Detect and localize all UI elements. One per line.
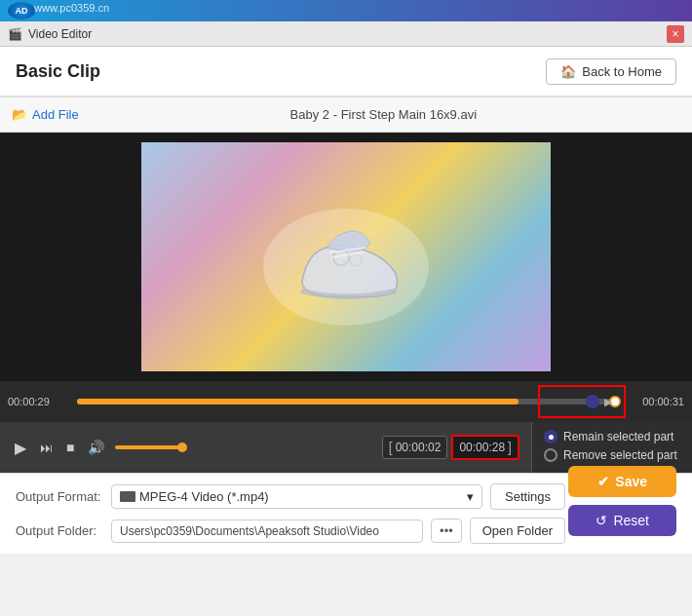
open-folder-button[interactable]: Open Folder: [470, 518, 565, 544]
dropdown-arrow-icon: ▾: [467, 489, 474, 504]
video-area: [0, 133, 692, 381]
output-folder-row: Output Folder: Users\pc0359\Documents\Ap…: [16, 518, 565, 544]
output-settings-area: Output Format: MPEG-4 Video (*.mp4) ▾ Se…: [0, 473, 692, 554]
reset-label: Reset: [613, 513, 649, 528]
timeline-start-time: 00:00:29: [8, 396, 71, 407]
save-check-icon: ✔: [597, 474, 609, 489]
action-buttons: ✔ Save ↺ Reset: [568, 466, 676, 536]
remove-label: Remove selected part: [563, 448, 677, 462]
bracket-left-icon: [: [389, 440, 393, 455]
end-marker[interactable]: ▶: [586, 395, 612, 408]
video-editor-icon: 🎬: [8, 27, 22, 41]
end-marker-dot: [586, 395, 599, 408]
playback-controls: ▶ ⏭ ■ 🔊 [ 00:00:02 00:00:28 ]: [0, 422, 531, 473]
toolbar: 📂 Add File Baby 2 - First Step Main 16x9…: [0, 97, 692, 133]
volume-button[interactable]: 🔊: [85, 437, 107, 458]
reset-icon: ↺: [596, 513, 607, 528]
time-inputs: [ 00:00:02 00:00:28 ]: [382, 435, 519, 460]
bracket-right-icon: ]: [508, 440, 512, 455]
timeline-track[interactable]: [77, 399, 615, 404]
title-bar: 🎬 Video Editor ×: [0, 21, 692, 47]
format-label: Output Format:: [16, 489, 103, 504]
remove-selected-option[interactable]: Remove selected part: [544, 448, 680, 462]
video-preview: [141, 142, 551, 371]
add-file-label: Add File: [32, 107, 79, 122]
mp4-icon: [120, 491, 135, 502]
next-frame-button[interactable]: ⏭: [37, 438, 56, 458]
volume-thumb[interactable]: [177, 443, 187, 452]
page-title: Basic Clip: [16, 61, 100, 82]
settings-button[interactable]: Settings: [490, 483, 565, 510]
clip-start-box[interactable]: [ 00:00:02: [382, 436, 448, 459]
add-file-icon: 📂: [12, 107, 27, 122]
browse-button[interactable]: •••: [431, 519, 462, 543]
back-home-button[interactable]: 🏠 Back to Home: [546, 58, 676, 85]
watermark-bar: AD www.pc0359.cn: [0, 0, 692, 21]
remain-label: Remain selected part: [563, 430, 673, 443]
title-bar-left: 🎬 Video Editor: [8, 27, 92, 41]
close-button[interactable]: ×: [667, 25, 684, 43]
watermark-text: www.pc0359.cn: [34, 2, 109, 14]
app-header: Basic Clip 🏠 Back to Home: [0, 47, 692, 97]
reset-button[interactable]: ↺ Reset: [568, 505, 676, 536]
clip-end-box[interactable]: 00:00:28 ]: [451, 435, 519, 460]
remove-radio[interactable]: [544, 448, 557, 462]
timeline-end-time: 00:00:31: [621, 396, 684, 407]
output-format-row: Output Format: MPEG-4 Video (*.mp4) ▾ Se…: [16, 483, 565, 510]
volume-slider[interactable]: [115, 445, 183, 449]
folder-label: Output Folder:: [16, 523, 103, 538]
save-label: Save: [615, 474, 647, 489]
format-icon: MPEG-4 Video (*.mp4): [120, 489, 269, 504]
back-home-label: Back to Home: [582, 64, 662, 79]
add-file-button[interactable]: 📂 Add File: [12, 107, 79, 122]
watermark-logo: AD: [8, 2, 35, 19]
save-button[interactable]: ✔ Save: [568, 466, 676, 497]
remain-selected-option[interactable]: Remain selected part: [544, 430, 680, 443]
file-name-display: Baby 2 - First Step Main 16x9.avi: [87, 107, 680, 122]
title-bar-text: Video Editor: [28, 27, 92, 41]
remain-radio[interactable]: [544, 430, 557, 443]
folder-path-text: Users\pc0359\Documents\Apeaksoft Studio\…: [120, 524, 379, 538]
timeline-area[interactable]: 00:00:29 ▶ 00:00:31: [0, 381, 692, 422]
stop-button[interactable]: ■: [63, 437, 77, 458]
play-button[interactable]: ▶: [12, 436, 29, 460]
timeline-progress: [77, 399, 519, 404]
video-thumbnail: [249, 184, 443, 330]
clip-end-time: 00:00:28: [459, 441, 505, 454]
folder-path-display: Users\pc0359\Documents\Apeaksoft Studio\…: [111, 520, 423, 543]
home-icon: 🏠: [560, 64, 576, 79]
clip-start-time: 00:00:02: [396, 441, 442, 454]
format-value: MPEG-4 Video (*.mp4): [139, 489, 269, 504]
playhead-arrow: ▶: [604, 396, 612, 408]
format-select[interactable]: MPEG-4 Video (*.mp4) ▾: [111, 484, 482, 509]
